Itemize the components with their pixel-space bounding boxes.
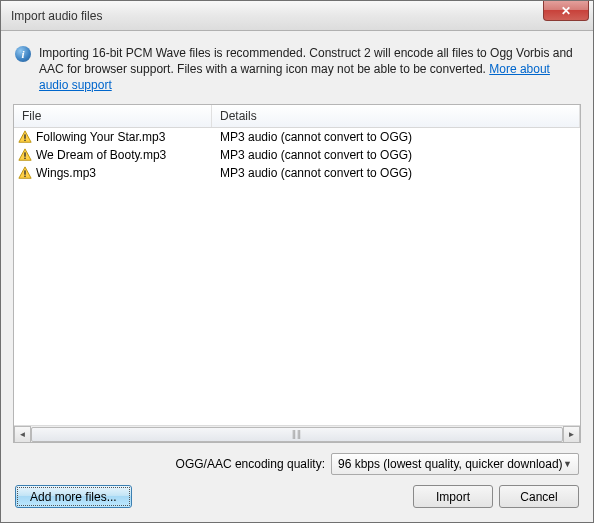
- file-name: We Dream of Booty.mp3: [36, 148, 166, 162]
- info-text: Importing 16-bit PCM Wave files is recom…: [39, 45, 579, 94]
- list-item[interactable]: Following Your Star.mp3 MP3 audio (canno…: [14, 128, 580, 146]
- file-details: MP3 audio (cannot convert to OGG): [212, 148, 580, 162]
- svg-rect-1: [24, 139, 25, 140]
- info-panel: i Importing 16-bit PCM Wave files is rec…: [13, 41, 581, 104]
- quality-dropdown[interactable]: 96 kbps (lowest quality, quicker downloa…: [331, 453, 579, 475]
- cancel-button[interactable]: Cancel: [499, 485, 579, 508]
- quality-selected: 96 kbps (lowest quality, quicker downloa…: [338, 457, 563, 471]
- dialog-window: Import audio files ✕ i Importing 16-bit …: [0, 0, 594, 523]
- list-item[interactable]: Wings.mp3 MP3 audio (cannot convert to O…: [14, 164, 580, 182]
- column-header-details[interactable]: Details: [212, 105, 580, 127]
- svg-rect-5: [24, 175, 25, 176]
- list-body[interactable]: Following Your Star.mp3 MP3 audio (canno…: [14, 128, 580, 425]
- quality-row: OGG/AAC encoding quality: 96 kbps (lowes…: [13, 443, 581, 483]
- file-details: MP3 audio (cannot convert to OGG): [212, 130, 580, 144]
- close-icon: ✕: [561, 4, 571, 18]
- scroll-right-button[interactable]: ►: [563, 426, 580, 443]
- chevron-down-icon: ▼: [563, 459, 572, 469]
- svg-rect-2: [24, 152, 25, 156]
- horizontal-scrollbar[interactable]: ◄ ǁǁ ►: [14, 425, 580, 442]
- quality-label: OGG/AAC encoding quality:: [176, 457, 325, 471]
- svg-rect-3: [24, 157, 25, 158]
- list-item[interactable]: We Dream of Booty.mp3 MP3 audio (cannot …: [14, 146, 580, 164]
- svg-rect-4: [24, 170, 25, 174]
- titlebar[interactable]: Import audio files ✕: [1, 1, 593, 31]
- add-more-files-button[interactable]: Add more files...: [15, 485, 132, 508]
- warning-icon: [18, 148, 32, 162]
- info-icon: i: [15, 46, 31, 62]
- column-header-file[interactable]: File: [14, 105, 212, 127]
- window-title: Import audio files: [11, 9, 102, 23]
- warning-icon: [18, 166, 32, 180]
- file-name: Following Your Star.mp3: [36, 130, 165, 144]
- svg-rect-0: [24, 134, 25, 138]
- warning-icon: [18, 130, 32, 144]
- button-row: Add more files... Import Cancel: [13, 483, 581, 512]
- import-button[interactable]: Import: [413, 485, 493, 508]
- scroll-track[interactable]: ǁǁ: [31, 426, 563, 443]
- file-list: File Details Following Your Star.mp3 MP3…: [13, 104, 581, 443]
- close-button[interactable]: ✕: [543, 1, 589, 21]
- file-name: Wings.mp3: [36, 166, 96, 180]
- list-header: File Details: [14, 105, 580, 128]
- dialog-content: i Importing 16-bit PCM Wave files is rec…: [1, 31, 593, 522]
- scroll-left-button[interactable]: ◄: [14, 426, 31, 443]
- file-details: MP3 audio (cannot convert to OGG): [212, 166, 580, 180]
- scroll-thumb[interactable]: ǁǁ: [31, 427, 563, 442]
